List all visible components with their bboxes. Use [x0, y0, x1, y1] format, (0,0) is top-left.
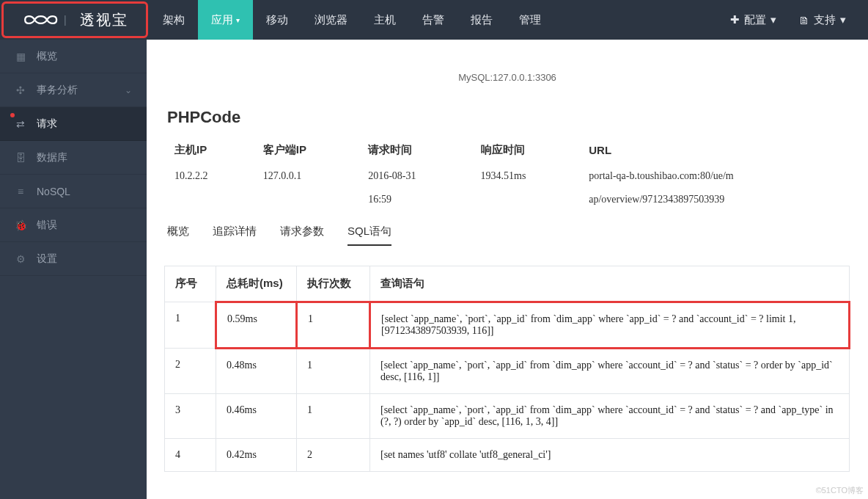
th-url: URL [578, 136, 850, 164]
nav-item-5[interactable]: 告警 [409, 0, 457, 40]
cell-count: 2 [297, 439, 370, 472]
info-table: 主机IP 客户端IP 请求时间 响应时间 URL 10.2.2.2 127.0.… [164, 136, 850, 211]
infinity-logo-icon [17, 10, 58, 30]
cell-query: [set names 'utf8' collate 'utf8_general_… [370, 439, 850, 472]
th-response-time: 响应时间 [471, 136, 579, 164]
sidebar-item-label: 事务分析 [37, 84, 78, 97]
td-host-ip: 10.2.2.2 [164, 164, 253, 188]
table-row: 10.59ms1[select `app_name`, `port`, `app… [165, 302, 850, 349]
sql-table: 序号 总耗时(ms) 执行次数 查询语句 10.59ms1[select `ap… [164, 266, 850, 472]
nav-item-4[interactable]: 主机 [361, 0, 409, 40]
cell-count: 1 [297, 302, 370, 349]
nav-item-6[interactable]: 报告 [457, 0, 506, 40]
detail-tabs: 概览追踪详情请求参数SQL语句 [164, 211, 850, 247]
nav-item-0[interactable]: 架构 [150, 0, 198, 40]
td-response-time: 1934.51ms [471, 164, 579, 188]
sidebar-item-0[interactable]: ▦概览 [0, 40, 147, 73]
info-value-row2: 16:59 ap/overview/9712343897503939 [164, 188, 850, 211]
bug-icon: 🐞 [15, 219, 26, 231]
nav-item-7[interactable]: 管理 [506, 0, 554, 40]
chevron-down-icon: ▾ [840, 13, 846, 26]
tab-2[interactable]: 请求参数 [280, 225, 324, 246]
cell-seq: 2 [165, 349, 216, 394]
table-row: 40.42ms2[set names 'utf8' collate 'utf8_… [165, 439, 850, 472]
sidebar-item-label: 错误 [37, 219, 57, 232]
cell-count: 1 [297, 349, 370, 394]
logo-text: 透视宝 [80, 10, 128, 30]
section-title: PHPCode [167, 108, 850, 127]
cell-time: 0.42ms [216, 439, 297, 472]
top-nav: | 透视宝 架构应用▾移动浏览器主机告警报告管理 ✚配置▾🗎支持▾ [0, 0, 868, 40]
td-client-ip: 127.0.0.1 [253, 164, 358, 188]
cell-count: 1 [297, 394, 370, 439]
sidebar-item-label: 概览 [37, 50, 57, 63]
notification-dot-icon [10, 113, 15, 117]
td-request-time: 2016-08-31 [358, 164, 470, 188]
th-count: 执行次数 [297, 266, 370, 302]
th-client-ip: 客户端IP [253, 136, 358, 164]
cell-time: 0.59ms [216, 302, 297, 349]
doc-icon: 🗎 [798, 14, 809, 26]
info-value-row: 10.2.2.2 127.0.0.1 2016-08-31 1934.51ms … [164, 164, 850, 188]
sidebar-item-4[interactable]: ≡NoSQL [0, 175, 147, 208]
cell-seq: 3 [165, 394, 216, 439]
tab-1[interactable]: 追踪详情 [213, 225, 257, 246]
cell-query: [select `app_name`, `port`, `app_id` fro… [370, 302, 850, 349]
plus-icon: ✚ [730, 13, 740, 26]
chevron-down-icon: ⌄ [125, 85, 132, 95]
sidebar-item-1[interactable]: ✣事务分析⌄ [0, 73, 147, 107]
nav-right-label: 支持 [814, 13, 836, 27]
sidebar-item-label: 数据库 [37, 151, 67, 164]
sidebar-item-5[interactable]: 🐞错误 [0, 208, 147, 242]
nav-right-item-1[interactable]: 🗎支持▾ [798, 13, 846, 27]
nav-item-1[interactable]: 应用▾ [198, 0, 253, 40]
sidebar-item-2[interactable]: ⇄请求 [0, 107, 147, 141]
cell-query: [select `app_name`, `port`, `app_id` fro… [370, 394, 850, 439]
cell-seq: 1 [165, 302, 216, 349]
grid-icon: ▦ [15, 51, 26, 62]
cell-time: 0.48ms [216, 349, 297, 394]
th-time: 总耗时(ms) [216, 266, 297, 302]
chevron-down-icon: ▾ [770, 13, 776, 26]
nav-right-item-0[interactable]: ✚配置▾ [730, 13, 776, 27]
nav-right: ✚配置▾🗎支持▾ [730, 0, 868, 40]
sidebar-item-label: 请求 [37, 117, 57, 131]
tab-0[interactable]: 概览 [167, 225, 189, 246]
td-url: portal-qa-b.toushibao.com:80/ue/m [578, 164, 850, 188]
td-url-2: ap/overview/9712343897503939 [578, 188, 850, 211]
logo[interactable]: | 透视宝 [1, 1, 148, 38]
cell-time: 0.46ms [216, 394, 297, 439]
th-seq: 序号 [165, 266, 216, 302]
td-request-time-2: 16:59 [358, 188, 470, 211]
request-icon: ⇄ [15, 118, 26, 130]
cell-query: [select `app_name`, `port`, `app_id` fro… [370, 349, 850, 394]
transaction-icon: ✣ [15, 84, 26, 96]
sidebar-item-6[interactable]: ⚙设置 [0, 242, 147, 276]
info-header-row: 主机IP 客户端IP 请求时间 响应时间 URL [164, 136, 850, 164]
th-host-ip: 主机IP [164, 136, 253, 164]
th-request-time: 请求时间 [358, 136, 470, 164]
database-icon: 🗄 [15, 152, 26, 164]
sidebar-item-label: NoSQL [37, 186, 70, 197]
tab-3[interactable]: SQL语句 [347, 225, 391, 246]
main-content: MySQL:127.0.0.1:3306 PHPCode 主机IP 客户端IP … [147, 40, 868, 499]
sidebar: ▦概览✣事务分析⌄⇄请求🗄数据库≡NoSQL🐞错误⚙设置 [0, 40, 147, 499]
nav-item-2[interactable]: 移动 [253, 0, 301, 40]
sidebar-item-3[interactable]: 🗄数据库 [0, 141, 147, 175]
nav-item-3[interactable]: 浏览器 [301, 0, 361, 40]
cell-seq: 4 [165, 439, 216, 472]
gear-icon: ⚙ [15, 253, 26, 265]
sidebar-item-label: 设置 [37, 252, 57, 266]
chevron-down-icon: ▾ [236, 16, 240, 24]
nav-right-label: 配置 [744, 13, 766, 27]
list-icon: ≡ [15, 186, 26, 197]
table-row: 20.48ms1[select `app_name`, `port`, `app… [165, 349, 850, 394]
watermark: ©51CTO博客 [816, 485, 864, 496]
nav-items: 架构应用▾移动浏览器主机告警报告管理 [150, 0, 554, 40]
mysql-label: MySQL:127.0.0.1:3306 [164, 40, 850, 98]
th-query: 查询语句 [370, 266, 850, 302]
table-row: 30.46ms1[select `app_name`, `port`, `app… [165, 394, 850, 439]
